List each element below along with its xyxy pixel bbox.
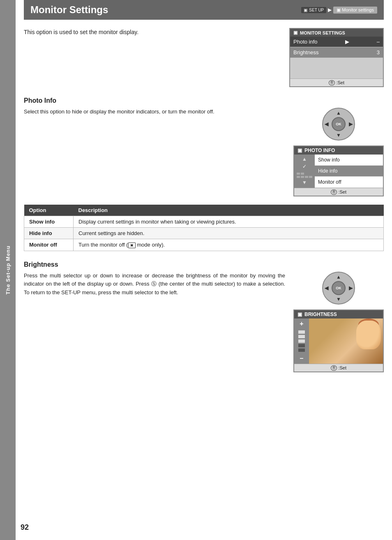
table-row-show-info: Show info Display current settings in mo… (24, 216, 384, 228)
ms-arrow-left-br: ◀ (325, 285, 328, 291)
pi-icon-box-6 (309, 176, 312, 178)
pi-icon-box-5 (305, 176, 308, 178)
page-number: 92 (21, 523, 29, 532)
ms-row-brightness: Brightness 3 (290, 47, 383, 58)
ms-row-brightness-value: 3 (377, 49, 380, 55)
ms-arrow-right: ▶ (349, 121, 353, 127)
multi-selector-photo: ▲ ▼ ◀ ▶ OK (322, 108, 355, 141)
ms-arrow-down: ▼ (336, 132, 341, 138)
breadcrumb-arrow: ▶ (328, 7, 332, 13)
ms-arrow-up: ▲ (336, 110, 341, 116)
ms-row-photo-info-arrow: ▶ (345, 39, 349, 45)
br-ok-icon: ® (331, 365, 337, 371)
brightness-description: Press the multi selector up or down to i… (24, 272, 285, 297)
page-header: Monitor Settings ▣ SET UP ▶ ▣ Monitor se… (24, 0, 384, 20)
ms-screen-footer: ® :Set (290, 78, 383, 86)
pi-ok-icon: ® (331, 189, 337, 195)
pi-screen-footer: ® :Set (294, 188, 383, 196)
page-title: Monitor Settings (30, 4, 108, 16)
pi-icon-box-1 (297, 173, 300, 175)
br-screen-header: ▣ BRIGHTNESS (294, 310, 383, 318)
setup-breadcrumb: ▣ SET UP (301, 7, 326, 13)
ms-row-brightness-label: Brightness (293, 49, 318, 55)
br-screen-body: + – (294, 318, 383, 364)
br-bar-4 (298, 344, 305, 347)
pi-monitor-icon: ▣ (297, 148, 302, 153)
ms-arrow-down-br: ▼ (336, 296, 341, 302)
intro-row: This option is used to set the monitor d… (24, 28, 384, 87)
br-photo-face (356, 321, 381, 349)
pi-icon-box-4 (301, 176, 304, 178)
pi-up-arrow: ▲ (302, 156, 307, 162)
brightness-row: Press the multi selector up or down to i… (24, 272, 384, 372)
pi-icon-row-1 (297, 173, 312, 175)
table-header-option: Option (24, 205, 74, 216)
pi-screen-body: ▲ ✓ (294, 155, 383, 188)
ms-row-photo-info-label: Photo info (293, 39, 318, 45)
brightness-screen: ▣ BRIGHTNESS + (293, 309, 384, 372)
breadcrumb: ▣ SET UP ▶ ▣ Monitor settings (301, 7, 377, 14)
pi-icon-row-2 (297, 176, 312, 178)
ms-outer-br: ▲ ▼ ◀ ▶ OK (322, 272, 355, 305)
photo-info-section: Photo Info Select this option to hide or… (24, 97, 384, 196)
table-option-monitor-off: Monitor off (24, 239, 74, 251)
br-bar-5 (298, 348, 305, 352)
intro-text: This option is used to set the monitor d… (24, 28, 281, 37)
ms-row-photo-info-value: – (377, 39, 380, 45)
photo-info-row: Select this option to hide or display th… (24, 108, 384, 196)
pi-option-show-info: Show info (315, 155, 383, 166)
pi-icon-box-2 (301, 173, 304, 175)
ms-ok-button[interactable]: OK (332, 117, 346, 131)
ms-spacer (290, 58, 383, 78)
photo-info-title: Photo Info (24, 97, 384, 104)
brightness-right: ▲ ▼ ◀ ▶ OK ▣ BRIGHTNESS (293, 272, 384, 372)
photo-info-right: ▲ ▼ ◀ ▶ OK ▣ PHOTO INFO (293, 108, 384, 196)
pi-check-mark: ✓ (302, 164, 307, 169)
br-minus-icon: – (300, 355, 304, 362)
side-tab: The Set-up Menu (0, 0, 16, 540)
monitor-settings-screen: ▣ MONITOR SETTINGS Photo info ▶ – Bright… (289, 28, 384, 87)
photo-info-description: Select this option to hide or display th… (24, 108, 285, 116)
brightness-section: Brightness Press the multi selector up o… (24, 261, 384, 372)
ms-row-photo-info: Photo info ▶ – (290, 37, 383, 47)
br-bars (297, 330, 307, 352)
ms-monitor-icon: ▣ (293, 30, 297, 35)
multi-selector-brightness: ▲ ▼ ◀ ▶ OK (322, 272, 355, 305)
br-bar-3 (298, 339, 305, 343)
brightness-title: Brightness (24, 261, 384, 268)
ms-outer: ▲ ▼ ◀ ▶ OK (322, 108, 355, 141)
ms-arrow-right-br: ▶ (349, 285, 353, 291)
pi-right-col: Show info Hide info Monitor off (315, 155, 383, 188)
br-bar-2 (298, 335, 305, 338)
table-option-show-info: Show info (24, 216, 74, 228)
br-monitor-icon: ▣ (297, 312, 302, 317)
table-desc-show-info: Display current settings in monitor when… (74, 216, 384, 228)
photo-info-screen: ▣ PHOTO INFO ▲ ✓ (293, 145, 384, 196)
side-tab-label: The Set-up Menu (5, 245, 11, 295)
photo-info-table: Option Description Show info Display cur… (24, 205, 384, 251)
br-bar-1 (298, 330, 305, 334)
table-option-hide-info: Hide info (24, 228, 74, 239)
ms-screen-body: Photo info ▶ – Brightness 3 (290, 37, 383, 78)
pi-option-monitor-off: Monitor off (315, 177, 383, 188)
br-photo-preview (309, 318, 383, 364)
ms-ok-button-br[interactable]: OK (332, 281, 346, 295)
ms-arrow-up-br: ▲ (336, 274, 341, 280)
table-row-hide-info: Hide info Current settings are hidden. (24, 228, 384, 239)
monitor-icon-small: ▣ (304, 8, 307, 12)
table-desc-monitor-off: Turn the monitor off (▣ mode only). (74, 239, 384, 251)
pi-left-col: ▲ ✓ (294, 155, 315, 188)
br-plus-icon: + (300, 320, 303, 328)
monitor-settings-breadcrumb: ▣ Monitor settings (333, 7, 377, 14)
br-screen-footer: ® :Set (294, 364, 383, 372)
ms-arrow-left: ◀ (325, 121, 328, 127)
pi-down-arrow: ▼ (302, 180, 307, 185)
table-row-monitor-off: Monitor off Turn the monitor off (▣ mode… (24, 239, 384, 251)
table-desc-hide-info: Current settings are hidden. (74, 228, 384, 239)
pi-icon-rows (297, 173, 312, 178)
monitor-icon-breadcrumb: ▣ (337, 7, 342, 12)
table-header-description: Description (74, 205, 384, 216)
pi-icon-box-3 (297, 176, 300, 178)
ms-screen-header: ▣ MONITOR SETTINGS (290, 29, 383, 37)
mode-icon: ▣ (128, 242, 136, 248)
